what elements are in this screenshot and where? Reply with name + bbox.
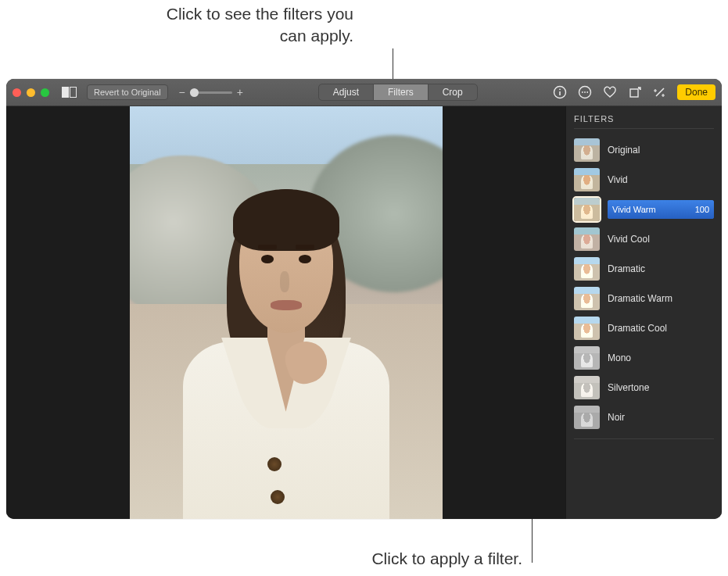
revert-button[interactable]: Revert to Original (87, 84, 168, 100)
filter-dramatic-cool[interactable]: Dramatic Cool (574, 313, 714, 343)
svg-rect-0 (63, 88, 69, 98)
thumbnail-icon (574, 376, 600, 399)
callout-apply-filter: Click to apply a filter. (303, 549, 522, 568)
canvas-area (6, 106, 565, 519)
svg-point-4 (559, 88, 561, 90)
filter-label: Mono (608, 352, 714, 363)
filter-label: Vivid Warm (612, 205, 656, 214)
filter-vivid[interactable]: Vivid (574, 165, 714, 195)
thumbnail-icon (574, 198, 600, 221)
thumbnail-icon (574, 168, 600, 191)
filter-label: Silvertone (608, 382, 714, 393)
thumbnail-icon (574, 257, 600, 281)
zoom-track[interactable] (190, 91, 232, 94)
toolbar: Revert to Original − + Adjust Filters Cr… (6, 79, 722, 106)
window-controls (13, 88, 49, 97)
minimize-icon[interactable] (27, 88, 35, 97)
filter-vivid-warm[interactable]: Vivid Warm 100 (574, 195, 714, 224)
photos-edit-window: Revert to Original − + Adjust Filters Cr… (6, 79, 722, 519)
tab-filters[interactable]: Filters (374, 84, 429, 100)
thumbnail-icon (574, 138, 600, 162)
callout-line-top (393, 48, 393, 80)
divider (574, 438, 714, 439)
edit-mode-tabs: Adjust Filters Crop (318, 84, 478, 101)
filter-vivid-cool[interactable]: Vivid Cool (574, 224, 714, 254)
close-icon[interactable] (13, 88, 21, 97)
photo-preview (130, 106, 443, 519)
zoom-in-icon[interactable]: + (237, 86, 243, 98)
svg-point-6 (582, 91, 583, 93)
thumbnail-icon (574, 317, 600, 340)
done-button[interactable]: Done (677, 84, 715, 100)
filter-label: Noir (608, 412, 714, 423)
filter-label: Original (608, 145, 714, 156)
zoom-out-icon[interactable]: − (179, 86, 185, 98)
compare-toggle-icon[interactable] (62, 84, 77, 100)
filters-header: FILTERS (574, 114, 714, 129)
filter-label: Dramatic Cool (608, 323, 714, 334)
filter-noir[interactable]: Noir (574, 402, 714, 432)
rotate-icon[interactable] (627, 84, 643, 100)
filter-label: Dramatic (608, 263, 714, 274)
more-icon[interactable] (577, 84, 593, 100)
filter-label: Vivid Cool (608, 234, 714, 245)
thumbnail-icon (574, 406, 600, 429)
thumbnail-icon (574, 346, 600, 370)
filter-label: Vivid (608, 174, 714, 185)
auto-enhance-icon[interactable] (652, 84, 668, 100)
thumbnail-icon (574, 287, 600, 310)
svg-point-7 (584, 91, 586, 93)
svg-rect-9 (630, 89, 638, 97)
zoom-thumb[interactable] (190, 88, 199, 97)
callout-line-bottom (532, 519, 533, 563)
zoom-slider[interactable]: − + (179, 86, 243, 98)
filters-panel: FILTERS Original Vivid Vivid Warm 100 Vi… (565, 106, 722, 519)
svg-rect-1 (70, 88, 77, 98)
fullscreen-icon[interactable] (41, 88, 49, 97)
filter-dramatic[interactable]: Dramatic (574, 254, 714, 284)
toolbar-right: Done (552, 84, 715, 100)
filter-label: Dramatic Warm (608, 293, 714, 304)
filter-intensity-slider[interactable]: Vivid Warm 100 (608, 200, 714, 219)
tab-adjust[interactable]: Adjust (319, 84, 374, 100)
filter-original[interactable]: Original (574, 135, 714, 165)
filter-silvertone[interactable]: Silvertone (574, 373, 714, 402)
callout-filters-tab: Click to see the filters you can apply. (150, 3, 353, 48)
filter-mono[interactable]: Mono (574, 343, 714, 373)
filter-dramatic-warm[interactable]: Dramatic Warm (574, 284, 714, 313)
info-icon[interactable] (552, 84, 568, 100)
favorite-icon[interactable] (602, 84, 618, 100)
tab-crop[interactable]: Crop (429, 84, 477, 100)
svg-point-8 (587, 91, 589, 93)
filter-intensity-value: 100 (695, 205, 709, 214)
thumbnail-icon (574, 227, 600, 251)
workspace: FILTERS Original Vivid Vivid Warm 100 Vi… (6, 106, 722, 519)
